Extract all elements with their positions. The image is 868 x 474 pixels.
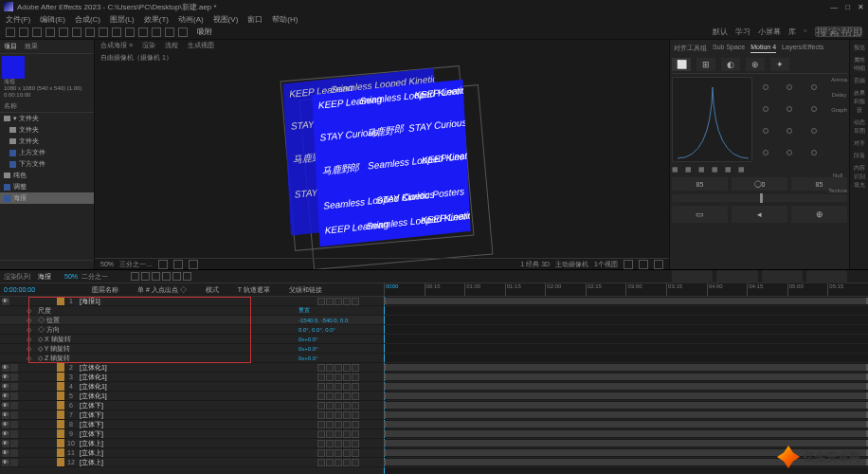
layer-name[interactable]: [立体上] (78, 458, 317, 467)
layer-row[interactable]: 👁 11 [立体上] (0, 448, 384, 458)
layer-color[interactable] (57, 420, 64, 428)
tab-subspace[interactable]: Sub Space (713, 44, 745, 53)
viewer-opt[interactable]: 生成视图 (188, 41, 214, 50)
project-item[interactable]: 下方文件 (19, 159, 45, 169)
tab-comp[interactable]: 海报 (38, 272, 51, 282)
side-anima[interactable]: Anima (831, 77, 847, 82)
view-icon[interactable] (639, 260, 648, 269)
zoom-dropdown[interactable]: 50% (100, 261, 114, 267)
layer-name[interactable]: [立体化1] (78, 382, 317, 392)
tl-btn-icon[interactable] (162, 272, 171, 281)
layer-color[interactable] (57, 297, 64, 305)
dock-audio[interactable]: 音频 (852, 75, 866, 87)
layer-name[interactable]: [立体下] (78, 429, 317, 439)
rect-tool-icon[interactable] (85, 27, 95, 37)
layer-name[interactable]: [立体化1] (78, 363, 317, 373)
visibility-toggle[interactable]: 👁 (2, 383, 9, 391)
visibility-toggle[interactable]: 👁 (2, 421, 9, 428)
roto-tool-icon[interactable] (165, 27, 174, 37)
motion-action-3[interactable]: ⊕ (791, 206, 847, 223)
selection-tool-icon[interactable] (19, 27, 28, 37)
layer-color[interactable] (57, 429, 64, 438)
layer-color[interactable] (57, 392, 64, 400)
layer-row[interactable]: 👁 10 [立体上] (0, 439, 384, 448)
menu-effect[interactable]: 效果(T) (144, 14, 169, 25)
layer-row[interactable]: 👁 7 [立体下] (0, 410, 384, 420)
view-icon[interactable] (624, 260, 633, 269)
tab-align[interactable]: 对齐工具组 (674, 44, 707, 53)
layer-name[interactable]: [立体化1] (78, 373, 317, 382)
visibility-toggle[interactable]: 👁 (2, 402, 9, 410)
viewer-opt[interactable]: 流程 (165, 41, 178, 50)
dock-props[interactable]: 属性明细 (852, 54, 866, 75)
minimize-button[interactable]: — (830, 3, 838, 11)
tab-motion[interactable]: Motion 4 (750, 44, 776, 53)
r-foot-2[interactable] (716, 270, 757, 283)
layers-column[interactable]: ↘ 👁 1 [海报1] ◇尺度重置 ◇◇ 位置-1540.0, -540.0, … (0, 297, 384, 474)
search-help-input[interactable] (815, 27, 862, 37)
grid-icon[interactable] (158, 260, 168, 269)
menu-view[interactable]: 视图(V) (213, 14, 239, 25)
ease-in[interactable]: 85 (672, 177, 728, 191)
layer-color[interactable] (57, 439, 64, 447)
visibility-toggle[interactable]: 👁 (2, 459, 9, 466)
motion-btn-4[interactable]: ⊕ (746, 58, 765, 71)
motion-btn-5[interactable]: ✦ (770, 58, 789, 71)
project-item[interactable]: 海报 (13, 193, 27, 203)
motion-action-2[interactable]: ◂ (732, 206, 787, 223)
project-item[interactable]: 上方文件 (19, 148, 45, 157)
menu-file[interactable]: 文件(F) (6, 14, 30, 25)
tl-btn-icon[interactable] (183, 272, 191, 281)
comp-thumbnail[interactable] (2, 56, 25, 79)
motion-btn-1[interactable]: ⬜ (672, 58, 691, 71)
project-item[interactable]: 文件夹 (19, 137, 39, 146)
workspace-lib[interactable]: 库 (788, 27, 796, 37)
layer-row[interactable]: 👁 6 [立体下] (0, 401, 384, 410)
layer-row[interactable]: 👁 12 [立体上] (0, 458, 384, 467)
layer-color[interactable] (57, 401, 64, 410)
layer-row[interactable]: 👁 2 [立体化1] (0, 363, 384, 373)
layer-color[interactable] (57, 382, 64, 391)
project-item[interactable]: ▾ 文件夹 (13, 114, 39, 123)
tab-layers[interactable]: Layers/Effects (782, 44, 823, 53)
layer-row[interactable]: 👁 5 [立体化1] (0, 392, 384, 401)
composition-viewport[interactable]: 合成海报 ≡ 渲染 流程 生成视图 自由摄像机（摄像机 1） KEEP Lear… (95, 40, 669, 269)
layer-name[interactable]: [立体下] (78, 401, 317, 410)
tab-render-queue[interactable]: 渲染队列 (4, 272, 30, 282)
res-label[interactable]: 二分之一 (81, 272, 108, 282)
visibility-toggle[interactable]: 👁 (2, 364, 9, 372)
viewer-opt[interactable]: 渲染 (142, 41, 155, 50)
layer-color[interactable] (57, 363, 64, 372)
layer-row[interactable]: 👁 4 [立体化1] (0, 382, 384, 392)
r-foot-4[interactable] (806, 270, 847, 283)
ease-center[interactable]: ◯ 0 (732, 177, 787, 191)
maximize-button[interactable]: □ (845, 3, 850, 11)
time-ruler[interactable]: 000000:15 01:0001:15 02:0002:15 03:0003:… (384, 283, 868, 296)
menu-animation[interactable]: 动画(A) (178, 14, 204, 25)
tl-btn-icon[interactable] (131, 272, 139, 281)
camera-dropdown[interactable]: 主动摄像机 (555, 260, 588, 269)
region-icon[interactable] (189, 260, 198, 269)
rotate-tool-icon[interactable] (72, 27, 81, 37)
motion-action-1[interactable]: ▭ (672, 206, 728, 223)
visibility-toggle[interactable]: 👁 (2, 430, 9, 438)
layer-name[interactable]: [立体下] (78, 410, 317, 420)
layer-name[interactable]: [立体上] (78, 439, 317, 448)
eraser-tool-icon[interactable] (152, 27, 161, 37)
renderer-dropdown[interactable]: 1 经典 3D (520, 260, 550, 269)
poster-layer-front[interactable]: KEEP Learning Seamless Looped Kinetic Po… (312, 80, 471, 247)
motion-btn-3[interactable]: ◐ (721, 58, 740, 71)
text-tool-icon[interactable] (112, 27, 121, 37)
menu-composition[interactable]: 合成(C) (75, 14, 100, 25)
r-foot-3[interactable] (762, 270, 803, 283)
project-list[interactable]: 名称 ▾ 文件夹 文件夹 文件夹 上方文件 下方文件 纯色 调整 海报 (0, 100, 94, 204)
anchor-grid[interactable] (754, 77, 825, 162)
pen-tool-icon[interactable] (99, 27, 108, 37)
project-item[interactable]: 文件夹 (19, 125, 39, 135)
puppet-tool-icon[interactable] (178, 27, 188, 37)
dock-fill[interactable]: 内容识别填充 (852, 162, 866, 191)
side-graph[interactable]: Graph (831, 107, 847, 113)
workspace-small[interactable]: 小屏幕 (758, 27, 781, 37)
motion-btn-2[interactable]: ⊞ (696, 58, 715, 71)
home-icon[interactable] (6, 27, 15, 37)
